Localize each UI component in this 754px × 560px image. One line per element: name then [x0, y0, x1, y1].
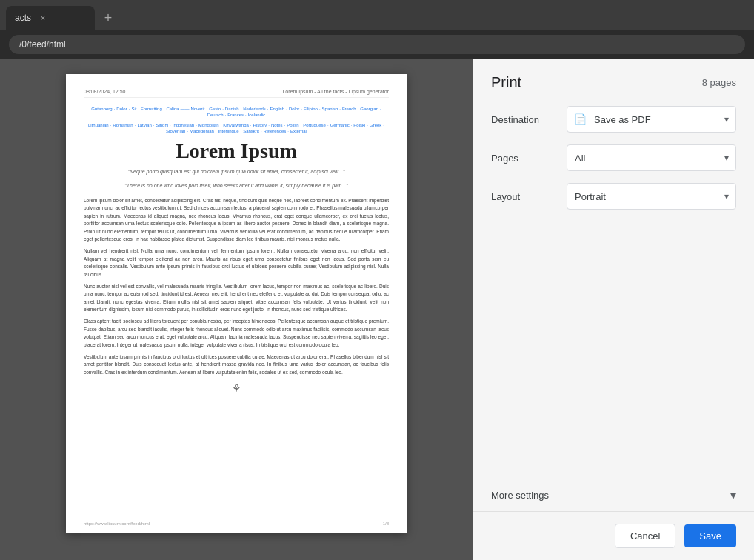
- page-footer-icon: ⚘: [84, 382, 389, 394]
- panel-pages-count: 8 pages: [702, 77, 736, 88]
- page-footer: https://www.lipsum.com/feed/html 1/8: [84, 521, 389, 526]
- tab-bar: acts × +: [0, 0, 754, 30]
- body-paragraph-3: Nunc auctor nisl vel est convallis, vel …: [84, 283, 389, 314]
- footer-page-number: 1/8: [383, 521, 389, 526]
- page-preview: 08/08/2024, 12:50 Lorem Ipsum - All the …: [66, 74, 407, 533]
- chevron-down-icon: ▾: [730, 488, 736, 502]
- page-header: 08/08/2024, 12:50 Lorem Ipsum - All the …: [84, 89, 389, 98]
- page-nav-links-2: Lithuanian · Romanian · Latvian · Sindhi…: [84, 123, 389, 133]
- layout-row: Layout Portrait Landscape: [491, 183, 736, 210]
- destination-select-wrapper: 📄 Save as PDF: [567, 106, 736, 133]
- settings-panel: Print 8 pages Destination 📄 Save as PDF …: [473, 59, 754, 560]
- browser-chrome: acts × +: [0, 0, 754, 59]
- page-subtitle-translation: "There is no one who loves pain itself, …: [84, 183, 389, 188]
- cancel-button[interactable]: Cancel: [615, 524, 675, 548]
- body-paragraph-4: Class aptent taciti sociosqu ad litora t…: [84, 318, 389, 349]
- page-date: 08/08/2024, 12:50: [84, 89, 125, 94]
- layout-select-wrapper: Portrait Landscape: [567, 183, 736, 210]
- layout-label: Layout: [491, 191, 558, 202]
- more-settings-label: More settings: [491, 490, 549, 501]
- footer-url: https://www.lipsum.com/feed/html: [84, 521, 150, 526]
- destination-row: Destination 📄 Save as PDF: [491, 106, 736, 133]
- main-area: 08/08/2024, 12:50 Lorem Ipsum - All the …: [0, 59, 754, 560]
- active-tab[interactable]: acts ×: [6, 6, 95, 30]
- destination-label: Destination: [491, 114, 558, 125]
- address-bar-row: [0, 30, 754, 59]
- tab-close-button[interactable]: ×: [37, 12, 49, 24]
- panel-header: Print 8 pages: [473, 59, 754, 100]
- pages-label: Pages: [491, 153, 558, 164]
- more-settings-row[interactable]: More settings ▾: [473, 479, 754, 511]
- pages-row: Pages All Custom: [491, 144, 736, 171]
- pages-select-wrapper: All Custom: [567, 144, 736, 171]
- panel-title: Print: [491, 74, 521, 91]
- save-button[interactable]: Save: [684, 524, 736, 547]
- tab-label: acts: [15, 13, 31, 23]
- body-paragraph-5: Vestibulum ante ipsum primis in faucibus…: [84, 353, 389, 376]
- body-paragraph-2: Nullam vel hendrerit nisl. Nulla uma nun…: [84, 247, 389, 279]
- page-site-title: Lorem Ipsum - All the facts - Lipsum gen…: [282, 89, 389, 94]
- pages-select[interactable]: All Custom: [567, 144, 736, 171]
- panel-body: Destination 📄 Save as PDF Pages All Cust…: [473, 100, 754, 476]
- page-subtitle: "Neque porro quisquam est qui dolorem ip…: [84, 169, 389, 174]
- address-bar[interactable]: [9, 35, 745, 54]
- panel-footer: Cancel Save: [473, 511, 754, 560]
- new-tab-button[interactable]: +: [98, 7, 119, 28]
- preview-area: 08/08/2024, 12:50 Lorem Ipsum - All the …: [0, 59, 473, 560]
- layout-select[interactable]: Portrait Landscape: [567, 183, 736, 210]
- page-main-title: Lorem Ipsum: [84, 139, 389, 163]
- body-paragraph-1: Lorem ipsum dolor sit amet, consectetur …: [84, 197, 389, 243]
- destination-select[interactable]: Save as PDF: [567, 106, 736, 133]
- page-nav-links: Gutenberg · Dolor · Sit · Formatting · C…: [84, 107, 389, 117]
